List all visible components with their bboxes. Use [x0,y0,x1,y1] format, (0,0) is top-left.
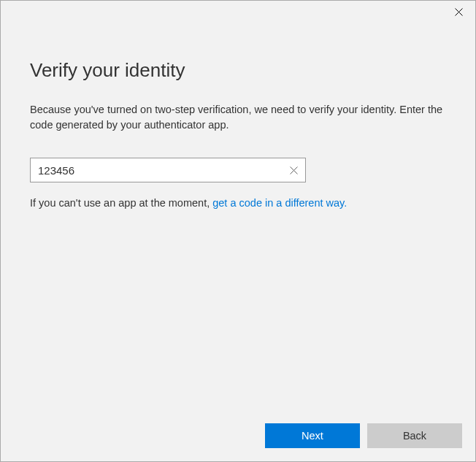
next-button[interactable]: Next [265,423,360,448]
footer-buttons: Next Back [14,423,462,448]
alternate-code-link[interactable]: get a code in a different way. [212,197,347,209]
titlebar [1,1,475,23]
help-text: If you can't use an app at the moment, g… [30,197,446,209]
help-prefix: If you can't use an app at the moment, [30,197,212,209]
clear-input-button[interactable] [282,158,305,182]
verify-identity-dialog: Verify your identity Because you've turn… [0,0,476,462]
description-text: Because you've turned on two-step verifi… [30,102,446,133]
back-button[interactable]: Back [367,423,462,448]
content-area: Verify your identity Because you've turn… [1,23,475,209]
code-input[interactable] [30,158,306,182]
code-input-wrap [30,158,306,182]
clear-icon [290,166,298,174]
close-button[interactable] [442,1,475,23]
page-title: Verify your identity [30,59,446,82]
close-icon [455,8,463,16]
